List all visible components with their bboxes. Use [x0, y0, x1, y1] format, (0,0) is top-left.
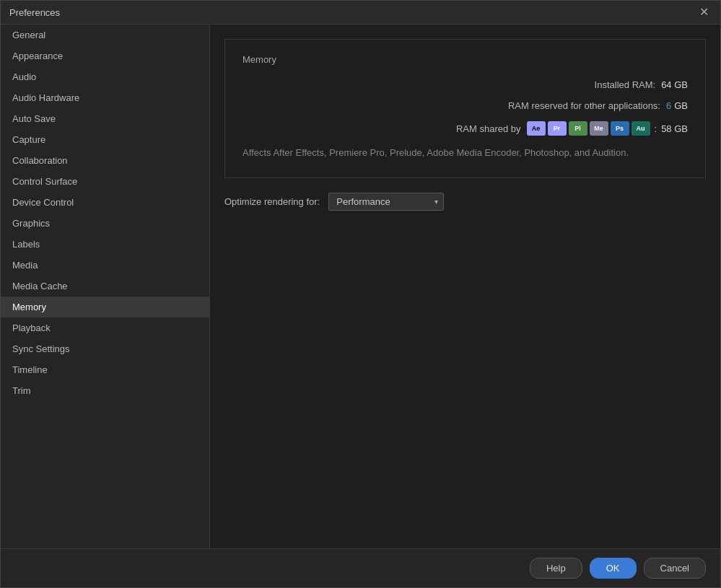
ram-reserved-row: RAM reserved for other applications: 6 G… [242, 100, 688, 111]
ram-shared-label: RAM shared by [456, 123, 521, 134]
ram-reserved-unit: GB [674, 100, 688, 111]
preferences-dialog: Preferences ✕ GeneralAppearanceAudioAudi… [0, 0, 721, 588]
cancel-button[interactable]: Cancel [644, 558, 706, 579]
section-title: Memory [242, 54, 688, 65]
sidebar-item-timeline[interactable]: Timeline [1, 359, 209, 380]
app-badge-au: Au [632, 121, 650, 136]
installed-ram-label: Installed RAM: [595, 79, 656, 90]
dialog-title: Preferences [9, 7, 60, 18]
sidebar-item-media-cache[interactable]: Media Cache [1, 276, 209, 297]
optimize-dropdown-wrapper[interactable]: PerformanceMemory ▾ [328, 193, 444, 211]
app-badge-ps: Ps [611, 121, 629, 136]
app-badge-pl: Pl [569, 121, 587, 136]
memory-section: Memory Installed RAM: 64 GB RAM reserved… [224, 39, 706, 178]
ram-reserved-label: RAM reserved for other applications: [508, 100, 660, 111]
sidebar-item-sync-settings[interactable]: Sync Settings [1, 338, 209, 359]
ram-shared-value: 58 GB [661, 123, 688, 134]
title-bar: Preferences ✕ [1, 1, 720, 25]
affects-text: Affects After Effects, Premiere Pro, Pre… [242, 146, 688, 160]
ok-button[interactable]: OK [590, 558, 637, 579]
close-button[interactable]: ✕ [696, 6, 712, 18]
sidebar-item-collaboration[interactable]: Collaboration [1, 150, 209, 171]
content-area: GeneralAppearanceAudioAudio HardwareAuto… [1, 25, 720, 548]
sidebar-item-audio[interactable]: Audio [1, 66, 209, 87]
sidebar-item-appearance[interactable]: Appearance [1, 45, 209, 66]
help-button[interactable]: Help [530, 558, 582, 579]
ram-reserved-value[interactable]: 6 [666, 100, 671, 111]
sidebar: GeneralAppearanceAudioAudio HardwareAuto… [1, 25, 210, 548]
sidebar-item-graphics[interactable]: Graphics [1, 213, 209, 234]
sidebar-item-trim[interactable]: Trim [1, 380, 209, 401]
app-badge-pr: Pr [548, 121, 567, 136]
app-badges: AePrPlMePsAu [527, 121, 650, 136]
sidebar-item-media[interactable]: Media [1, 255, 209, 276]
app-badge-ae: Ae [527, 121, 546, 136]
sidebar-item-general[interactable]: General [1, 25, 209, 45]
optimize-dropdown[interactable]: PerformanceMemory [328, 193, 444, 211]
main-panel: Memory Installed RAM: 64 GB RAM reserved… [210, 25, 720, 548]
sidebar-item-control-surface[interactable]: Control Surface [1, 171, 209, 192]
sidebar-item-labels[interactable]: Labels [1, 234, 209, 255]
optimize-label: Optimize rendering for: [224, 196, 320, 207]
sidebar-item-audio-hardware[interactable]: Audio Hardware [1, 87, 209, 108]
installed-ram-row: Installed RAM: 64 GB [242, 79, 688, 90]
app-badge-me: Me [590, 121, 608, 136]
installed-ram-value: 64 GB [661, 79, 688, 90]
sidebar-item-auto-save[interactable]: Auto Save [1, 108, 209, 129]
sidebar-item-memory[interactable]: Memory [1, 297, 209, 317]
sidebar-item-device-control[interactable]: Device Control [1, 192, 209, 213]
colon-separator: : [655, 123, 657, 134]
ram-shared-row: RAM shared by AePrPlMePsAu : 58 GB [242, 121, 688, 136]
optimize-row: Optimize rendering for: PerformanceMemor… [224, 193, 706, 211]
sidebar-item-capture[interactable]: Capture [1, 129, 209, 150]
footer: Help OK Cancel [1, 548, 720, 587]
sidebar-item-playback[interactable]: Playback [1, 317, 209, 338]
